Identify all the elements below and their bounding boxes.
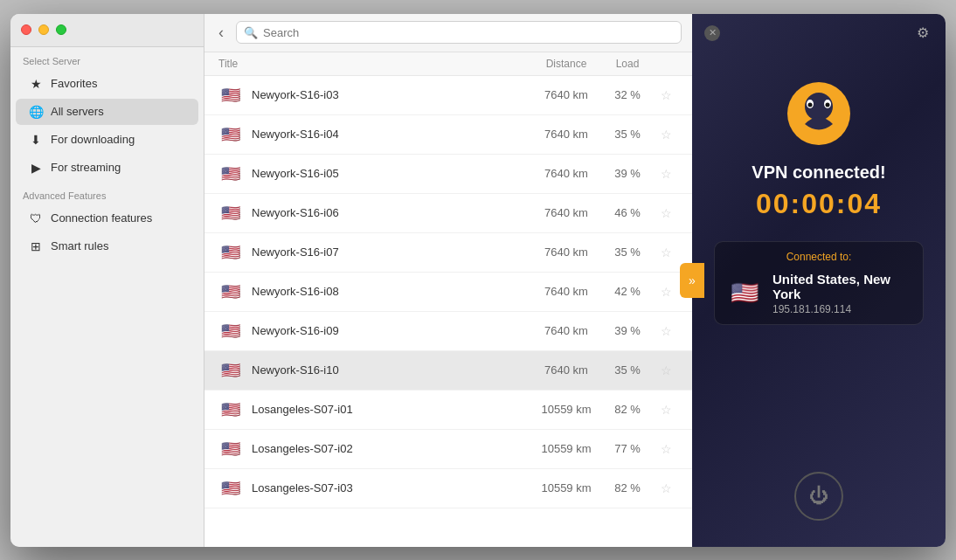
- traffic-light-minimize[interactable]: [38, 24, 49, 35]
- server-load: 35 %: [601, 363, 654, 377]
- favorite-button[interactable]: ☆: [654, 285, 678, 299]
- search-icon: 🔍: [244, 26, 258, 39]
- server-load: 39 %: [601, 167, 654, 180]
- table-row[interactable]: 🇺🇸 Newyork-S16-i03 7640 km 32 % ☆: [204, 76, 692, 115]
- main-content: ‹ 🔍 Title Distance Load 🇺🇸 Newyork-S16-i…: [204, 14, 692, 547]
- vpn-location-name: United States, New York: [772, 272, 911, 301]
- table-header: Title Distance Load: [204, 52, 692, 76]
- advanced-features-label: Advanced Features: [10, 182, 204, 204]
- back-button[interactable]: ‹: [215, 20, 227, 45]
- server-flag: 🇺🇸: [218, 83, 243, 107]
- sidebar-item-for-downloading[interactable]: ⬇ For downloading: [16, 127, 198, 153]
- search-bar: 🔍: [236, 21, 682, 44]
- vpn-connected-label: Connected to:: [727, 251, 911, 263]
- main-toolbar: ‹ 🔍: [204, 14, 692, 52]
- favorite-button[interactable]: ☆: [654, 403, 678, 417]
- sidebar-item-connection-features[interactable]: 🛡 Connection features: [16, 205, 198, 232]
- favorite-button[interactable]: ☆: [654, 128, 678, 142]
- server-distance: 10559 km: [531, 481, 601, 494]
- server-load: 35 %: [601, 128, 654, 141]
- vpn-status: VPN connected!: [752, 162, 885, 183]
- traffic-light-maximize[interactable]: [56, 24, 66, 35]
- server-distance: 7640 km: [531, 363, 601, 377]
- sidebar-item-all-servers[interactable]: 🌐 All servers: [16, 99, 198, 125]
- server-flag: 🇺🇸: [218, 162, 243, 186]
- server-flag: 🇺🇸: [218, 201, 243, 225]
- server-name: Newyork-S16-i09: [252, 324, 531, 337]
- sidebar: Select Server ★ Favorites 🌐 All servers …: [10, 14, 204, 547]
- server-load: 39 %: [601, 324, 654, 337]
- sidebar-label-for-downloading: For downloading: [51, 133, 135, 146]
- server-distance: 7640 km: [531, 167, 601, 180]
- col-load-header: Load: [601, 58, 654, 70]
- shield-icon: 🛡: [28, 211, 44, 226]
- table-row[interactable]: 🇺🇸 Newyork-S16-i07 7640 km 35 % ☆: [204, 233, 692, 273]
- server-name: Losangeles-S07-i01: [252, 403, 531, 416]
- server-distance: 7640 km: [531, 324, 601, 337]
- server-flag: 🇺🇸: [218, 319, 243, 343]
- favorite-button[interactable]: ☆: [654, 481, 678, 495]
- server-flag: 🇺🇸: [218, 240, 243, 265]
- server-name: Newyork-S16-i03: [252, 88, 531, 101]
- favorite-button[interactable]: ☆: [654, 245, 678, 259]
- server-load: 32 %: [601, 88, 654, 101]
- favorite-button[interactable]: ☆: [654, 206, 678, 220]
- server-distance: 10559 km: [531, 403, 601, 416]
- table-row[interactable]: 🇺🇸 Newyork-S16-i04 7640 km 35 % ☆: [204, 115, 692, 155]
- sidebar-item-for-streaming[interactable]: ▶ For streaming: [16, 155, 198, 181]
- server-distance: 7640 km: [531, 285, 601, 298]
- favorite-button[interactable]: ☆: [654, 167, 678, 181]
- server-name: Newyork-S16-i08: [252, 285, 531, 298]
- table-row[interactable]: 🇺🇸 Newyork-S16-i08 7640 km 42 % ☆: [204, 273, 692, 312]
- sidebar-label-connection-features: Connection features: [51, 211, 152, 225]
- table-row[interactable]: 🇺🇸 Newyork-S16-i09 7640 km 39 % ☆: [204, 312, 692, 351]
- expand-button[interactable]: »: [680, 263, 704, 298]
- server-load: 77 %: [601, 442, 654, 455]
- favorite-button[interactable]: ☆: [654, 324, 678, 338]
- server-name: Newyork-S16-i07: [252, 245, 531, 259]
- table-row[interactable]: 🇺🇸 Losangeles-S07-i03 10559 km 82 % ☆: [204, 469, 692, 508]
- server-load: 42 %: [601, 285, 654, 298]
- star-icon: ★: [28, 76, 44, 92]
- server-flag: 🇺🇸: [218, 122, 243, 147]
- server-load: 82 %: [601, 481, 654, 494]
- favorite-button[interactable]: ☆: [654, 442, 678, 456]
- sidebar-item-favorites[interactable]: ★ Favorites: [16, 71, 198, 97]
- sidebar-label-all-servers: All servers: [51, 105, 104, 118]
- server-list: 🇺🇸 Newyork-S16-i03 7640 km 32 % ☆ 🇺🇸 New…: [204, 76, 692, 547]
- col-title-header: Title: [218, 58, 531, 70]
- gear-icon: ⚙: [917, 24, 929, 41]
- vpn-power-button[interactable]: ⏻: [794, 472, 843, 521]
- server-distance: 7640 km: [531, 245, 601, 259]
- server-distance: 7640 km: [531, 206, 601, 219]
- vpn-connected-box: Connected to: 🇺🇸 United States, New York…: [714, 241, 924, 325]
- sidebar-item-smart-rules[interactable]: ⊞ Smart rules: [16, 233, 198, 259]
- table-row[interactable]: 🇺🇸 Newyork-S16-i05 7640 km 39 % ☆: [204, 155, 692, 194]
- vpn-close-button[interactable]: ✕: [704, 25, 720, 41]
- vpn-panel: ✕ ⚙ VPN connected! 00:00:04 Connected to…: [692, 14, 946, 547]
- play-icon: ▶: [28, 160, 44, 176]
- grid-icon: ⊞: [28, 239, 44, 254]
- server-name: Newyork-S16-i04: [252, 128, 531, 141]
- table-row[interactable]: 🇺🇸 Newyork-S16-i06 7640 km 46 % ☆: [204, 194, 692, 233]
- vpn-flag: 🇺🇸: [727, 276, 762, 311]
- expand-icon: »: [689, 273, 696, 287]
- table-row[interactable]: 🇺🇸 Losangeles-S07-i02 10559 km 77 % ☆: [204, 430, 692, 469]
- server-flag: 🇺🇸: [218, 437, 243, 461]
- traffic-light-close[interactable]: [21, 24, 31, 35]
- server-name: Losangeles-S07-i03: [252, 481, 531, 494]
- table-row[interactable]: 🇺🇸 Losangeles-S07-i01 10559 km 82 % ☆: [204, 391, 692, 430]
- server-flag: 🇺🇸: [218, 398, 243, 422]
- vpn-timer: 00:00:04: [756, 188, 882, 220]
- favorite-button[interactable]: ☆: [654, 88, 678, 102]
- power-icon: ⏻: [809, 485, 828, 508]
- table-row[interactable]: 🇺🇸 Newyork-S16-i10 7640 km 35 % ☆: [204, 351, 692, 391]
- server-distance: 7640 km: [531, 88, 601, 101]
- search-input[interactable]: [263, 26, 674, 39]
- vpn-close-icon: ✕: [709, 27, 717, 38]
- col-distance-header: Distance: [531, 58, 601, 70]
- favorite-button[interactable]: ☆: [654, 363, 678, 377]
- svg-point-5: [826, 102, 830, 107]
- server-name: Newyork-S16-i05: [252, 167, 531, 180]
- vpn-gear-button[interactable]: ⚙: [912, 23, 933, 44]
